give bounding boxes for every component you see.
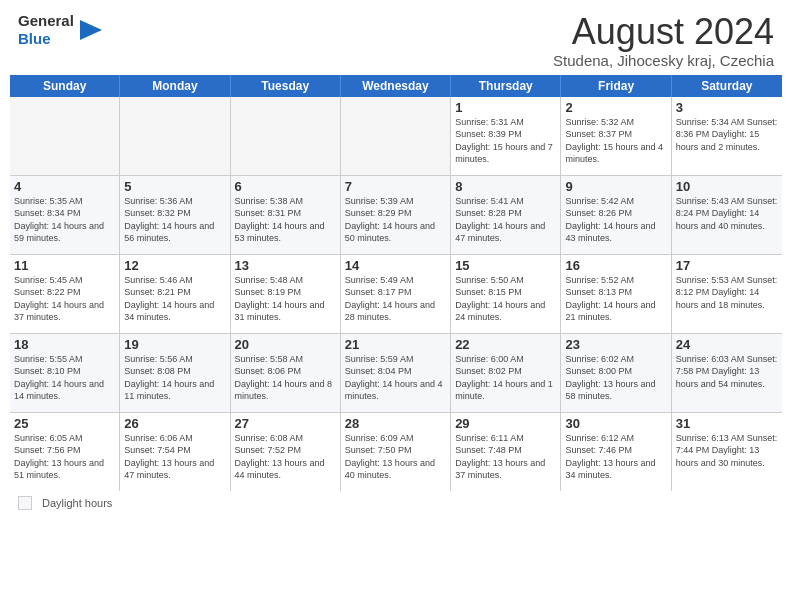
calendar-cell: 6Sunrise: 5:38 AM Sunset: 8:31 PM Daylig…: [231, 176, 341, 254]
day-info: Sunrise: 6:05 AM Sunset: 7:56 PM Dayligh…: [14, 432, 115, 482]
day-number: 28: [345, 416, 446, 431]
day-info: Sunrise: 5:45 AM Sunset: 8:22 PM Dayligh…: [14, 274, 115, 324]
day-number: 30: [565, 416, 666, 431]
calendar-cell: 3Sunrise: 5:34 AM Sunset: 8:36 PM Daylig…: [672, 97, 782, 175]
day-number: 9: [565, 179, 666, 194]
calendar-cell: 17Sunrise: 5:53 AM Sunset: 8:12 PM Dayli…: [672, 255, 782, 333]
day-info: Sunrise: 5:50 AM Sunset: 8:15 PM Dayligh…: [455, 274, 556, 324]
day-info: Sunrise: 5:42 AM Sunset: 8:26 PM Dayligh…: [565, 195, 666, 245]
weekday-header: Saturday: [672, 75, 782, 97]
day-number: 16: [565, 258, 666, 273]
day-info: Sunrise: 6:00 AM Sunset: 8:02 PM Dayligh…: [455, 353, 556, 403]
day-number: 4: [14, 179, 115, 194]
day-number: 25: [14, 416, 115, 431]
day-number: 7: [345, 179, 446, 194]
day-info: Sunrise: 6:12 AM Sunset: 7:46 PM Dayligh…: [565, 432, 666, 482]
calendar-week: 11Sunrise: 5:45 AM Sunset: 8:22 PM Dayli…: [10, 255, 782, 334]
day-info: Sunrise: 5:59 AM Sunset: 8:04 PM Dayligh…: [345, 353, 446, 403]
day-number: 17: [676, 258, 778, 273]
day-info: Sunrise: 5:32 AM Sunset: 8:37 PM Dayligh…: [565, 116, 666, 166]
day-info: Sunrise: 5:58 AM Sunset: 8:06 PM Dayligh…: [235, 353, 336, 403]
header: General Blue August 2024 Studena, Jihoce…: [0, 0, 792, 75]
day-number: 24: [676, 337, 778, 352]
day-number: 18: [14, 337, 115, 352]
logo-general: General: [18, 12, 74, 30]
calendar-cell: 2Sunrise: 5:32 AM Sunset: 8:37 PM Daylig…: [561, 97, 671, 175]
calendar-week: 25Sunrise: 6:05 AM Sunset: 7:56 PM Dayli…: [10, 413, 782, 491]
day-number: 3: [676, 100, 778, 115]
calendar-cell: 24Sunrise: 6:03 AM Sunset: 7:58 PM Dayli…: [672, 334, 782, 412]
day-number: 12: [124, 258, 225, 273]
calendar: SundayMondayTuesdayWednesdayThursdayFrid…: [10, 75, 782, 491]
calendar-cell: 27Sunrise: 6:08 AM Sunset: 7:52 PM Dayli…: [231, 413, 341, 491]
logo-blue: Blue: [18, 30, 74, 48]
daylight-label: Daylight hours: [42, 497, 112, 509]
calendar-cell: 19Sunrise: 5:56 AM Sunset: 8:08 PM Dayli…: [120, 334, 230, 412]
day-number: 19: [124, 337, 225, 352]
calendar-cell: 10Sunrise: 5:43 AM Sunset: 8:24 PM Dayli…: [672, 176, 782, 254]
calendar-week: 18Sunrise: 5:55 AM Sunset: 8:10 PM Dayli…: [10, 334, 782, 413]
weekday-header: Sunday: [10, 75, 120, 97]
logo: General Blue: [18, 12, 102, 48]
calendar-cell: 5Sunrise: 5:36 AM Sunset: 8:32 PM Daylig…: [120, 176, 230, 254]
day-number: 21: [345, 337, 446, 352]
day-info: Sunrise: 6:08 AM Sunset: 7:52 PM Dayligh…: [235, 432, 336, 482]
calendar-cell: 4Sunrise: 5:35 AM Sunset: 8:34 PM Daylig…: [10, 176, 120, 254]
day-info: Sunrise: 5:35 AM Sunset: 8:34 PM Dayligh…: [14, 195, 115, 245]
weekday-header: Thursday: [451, 75, 561, 97]
day-number: 31: [676, 416, 778, 431]
calendar-cell: 30Sunrise: 6:12 AM Sunset: 7:46 PM Dayli…: [561, 413, 671, 491]
day-info: Sunrise: 5:56 AM Sunset: 8:08 PM Dayligh…: [124, 353, 225, 403]
day-info: Sunrise: 5:46 AM Sunset: 8:21 PM Dayligh…: [124, 274, 225, 324]
logo-arrow-icon: [80, 20, 102, 40]
calendar-cell: 26Sunrise: 6:06 AM Sunset: 7:54 PM Dayli…: [120, 413, 230, 491]
calendar-cell: [341, 97, 451, 175]
day-info: Sunrise: 6:13 AM Sunset: 7:44 PM Dayligh…: [676, 432, 778, 470]
calendar-cell: 7Sunrise: 5:39 AM Sunset: 8:29 PM Daylig…: [341, 176, 451, 254]
day-number: 6: [235, 179, 336, 194]
calendar-cell: 31Sunrise: 6:13 AM Sunset: 7:44 PM Dayli…: [672, 413, 782, 491]
title-block: August 2024 Studena, Jihocesky kraj, Cze…: [553, 12, 774, 69]
calendar-cell: 22Sunrise: 6:00 AM Sunset: 8:02 PM Dayli…: [451, 334, 561, 412]
day-number: 22: [455, 337, 556, 352]
calendar-cell: 15Sunrise: 5:50 AM Sunset: 8:15 PM Dayli…: [451, 255, 561, 333]
calendar-week: 1Sunrise: 5:31 AM Sunset: 8:39 PM Daylig…: [10, 97, 782, 176]
day-info: Sunrise: 5:41 AM Sunset: 8:28 PM Dayligh…: [455, 195, 556, 245]
calendar-cell: 20Sunrise: 5:58 AM Sunset: 8:06 PM Dayli…: [231, 334, 341, 412]
calendar-cell: 25Sunrise: 6:05 AM Sunset: 7:56 PM Dayli…: [10, 413, 120, 491]
day-info: Sunrise: 6:02 AM Sunset: 8:00 PM Dayligh…: [565, 353, 666, 403]
calendar-cell: 8Sunrise: 5:41 AM Sunset: 8:28 PM Daylig…: [451, 176, 561, 254]
day-info: Sunrise: 6:06 AM Sunset: 7:54 PM Dayligh…: [124, 432, 225, 482]
calendar-cell: 13Sunrise: 5:48 AM Sunset: 8:19 PM Dayli…: [231, 255, 341, 333]
day-info: Sunrise: 5:55 AM Sunset: 8:10 PM Dayligh…: [14, 353, 115, 403]
day-number: 13: [235, 258, 336, 273]
day-info: Sunrise: 5:38 AM Sunset: 8:31 PM Dayligh…: [235, 195, 336, 245]
day-info: Sunrise: 6:09 AM Sunset: 7:50 PM Dayligh…: [345, 432, 446, 482]
day-info: Sunrise: 6:03 AM Sunset: 7:58 PM Dayligh…: [676, 353, 778, 391]
day-number: 15: [455, 258, 556, 273]
day-number: 11: [14, 258, 115, 273]
day-info: Sunrise: 5:49 AM Sunset: 8:17 PM Dayligh…: [345, 274, 446, 324]
calendar-cell: [120, 97, 230, 175]
calendar-cell: 11Sunrise: 5:45 AM Sunset: 8:22 PM Dayli…: [10, 255, 120, 333]
calendar-body: 1Sunrise: 5:31 AM Sunset: 8:39 PM Daylig…: [10, 97, 782, 491]
calendar-cell: [231, 97, 341, 175]
calendar-cell: 29Sunrise: 6:11 AM Sunset: 7:48 PM Dayli…: [451, 413, 561, 491]
weekday-header: Monday: [120, 75, 230, 97]
day-number: 10: [676, 179, 778, 194]
day-number: 5: [124, 179, 225, 194]
day-info: Sunrise: 5:34 AM Sunset: 8:36 PM Dayligh…: [676, 116, 778, 154]
day-number: 20: [235, 337, 336, 352]
daylight-box-icon: [18, 496, 32, 510]
calendar-cell: 18Sunrise: 5:55 AM Sunset: 8:10 PM Dayli…: [10, 334, 120, 412]
day-number: 8: [455, 179, 556, 194]
main-title: August 2024: [553, 12, 774, 52]
calendar-week: 4Sunrise: 5:35 AM Sunset: 8:34 PM Daylig…: [10, 176, 782, 255]
weekday-header: Wednesday: [341, 75, 451, 97]
day-number: 14: [345, 258, 446, 273]
calendar-header: SundayMondayTuesdayWednesdayThursdayFrid…: [10, 75, 782, 97]
calendar-cell: [10, 97, 120, 175]
calendar-cell: 21Sunrise: 5:59 AM Sunset: 8:04 PM Dayli…: [341, 334, 451, 412]
svg-marker-0: [80, 20, 102, 40]
day-number: 2: [565, 100, 666, 115]
